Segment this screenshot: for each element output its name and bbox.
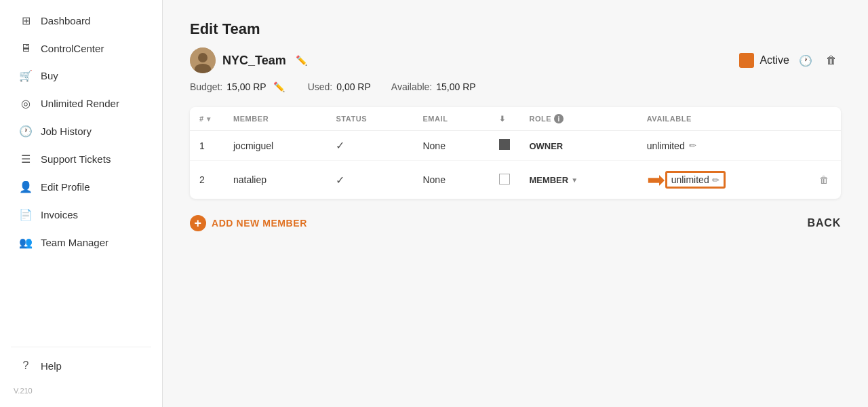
sidebar-item-controlcenter[interactable]: 🖥 ControlCenter (5, 35, 157, 61)
row2-available-edit-icon[interactable]: ✏ (712, 175, 719, 185)
add-member-button[interactable]: + ADD NEW MEMBER (190, 215, 307, 231)
active-label: Active (760, 54, 789, 66)
sidebar-item-unlimited-render[interactable]: ◎ Unlimited Render (5, 90, 157, 117)
col-role: ROLE i (519, 107, 637, 131)
row2-available-cell: ➡ unlimited ✏ (637, 161, 807, 199)
col-download: ⬇ (490, 107, 519, 131)
history-icon: 🕐 (19, 125, 33, 138)
team-name: NYC_Team (222, 54, 286, 68)
help-icon: ? (19, 360, 33, 372)
svg-point-1 (198, 53, 208, 62)
team-name-edit-icon[interactable]: ✏️ (293, 54, 310, 67)
used-item: Used: 0,00 RP (308, 81, 371, 92)
sidebar-item-edit-profile[interactable]: 👤 Edit Profile (5, 174, 157, 200)
sidebar-divider (11, 347, 151, 347)
team-avatar (190, 47, 216, 73)
bottom-actions: + ADD NEW MEMBER BACK (190, 215, 841, 231)
dashboard-icon: ⊞ (19, 14, 33, 27)
used-value: 0,00 RP (336, 81, 371, 92)
row2-num: 2 (190, 161, 224, 199)
add-circle-icon: + (190, 215, 206, 231)
row1-member: jocmiguel (224, 131, 326, 161)
info-icon: i (554, 114, 564, 123)
sidebar: ⊞ Dashboard 🖥 ControlCenter 🛒 Buy ◎ Unli… (0, 0, 163, 407)
sidebar-item-help[interactable]: ? Help (5, 353, 157, 379)
version-label: V.210 (0, 381, 162, 400)
team-icon: 👥 (19, 236, 33, 249)
available-value: 15,00 RP (436, 81, 475, 92)
render-icon: ◎ (19, 97, 33, 110)
row1-delete (807, 131, 841, 161)
col-email: EMAIL (413, 107, 490, 131)
active-badge-area: Active 🕐 🗑 (739, 52, 841, 70)
sidebar-item-job-history[interactable]: 🕐 Job History (5, 118, 157, 144)
team-header-row: NYC_Team ✏️ Active 🕐 🗑 (190, 47, 841, 73)
sidebar-item-buy[interactable]: 🛒 Buy (5, 62, 157, 89)
budget-edit-icon[interactable]: ✏️ (271, 80, 288, 94)
col-status: STATUS (326, 107, 413, 131)
history-action-icon[interactable]: 🕐 (795, 52, 816, 70)
monitor-icon: 🖥 (19, 42, 33, 54)
used-label: Used: (308, 81, 333, 92)
row2-check-icon: ✓ (336, 174, 344, 186)
row1-color-square (499, 139, 510, 150)
available-item: Available: 15,00 RP (391, 81, 476, 92)
members-table: # ▼ MEMBER STATUS EMAIL ⬇ ROLE i AVAILAB… (190, 107, 841, 199)
table-row: 1 jocmiguel ✓ None OWNER unlimited ✏ (190, 131, 841, 161)
available-label: Available: (391, 81, 432, 92)
row1-check-icon: ✓ (336, 140, 344, 151)
col-actions (807, 107, 841, 131)
row2-email: None (413, 161, 490, 199)
tickets-icon: ☰ (19, 153, 33, 166)
row1-status: ✓ (326, 131, 413, 161)
row2-status: ✓ (326, 161, 413, 199)
table-header-row: # ▼ MEMBER STATUS EMAIL ⬇ ROLE i AVAILAB… (190, 107, 841, 131)
table-row: 2 nataliep ✓ None MEMBER ▼ (190, 161, 841, 199)
role-dropdown-icon[interactable]: ▼ (571, 176, 578, 184)
profile-icon: 👤 (19, 180, 33, 193)
col-available: AVAILABLE (637, 107, 807, 131)
row1-available-edit-icon[interactable]: ✏ (689, 140, 696, 151)
cart-icon: 🛒 (19, 69, 33, 82)
active-color-square (739, 53, 754, 68)
team-name-area: NYC_Team ✏️ (190, 47, 310, 73)
main-content: Edit Team NYC_Team ✏️ Active 🕐 🗑 Budget:… (163, 0, 868, 407)
row2-member: nataliep (224, 161, 326, 199)
col-member: MEMBER (224, 107, 326, 131)
invoices-icon: 📄 (19, 208, 33, 221)
row2-delete: 🗑 (807, 161, 841, 199)
sidebar-item-support-tickets[interactable]: ☰ Support Tickets (5, 146, 157, 172)
budget-value: 15,00 RP (226, 81, 266, 92)
sidebar-item-team-manager[interactable]: 👥 Team Manager (5, 229, 157, 256)
row2-role: MEMBER ▼ (519, 161, 637, 199)
page-title: Edit Team (190, 20, 841, 38)
back-button[interactable]: BACK (808, 217, 841, 229)
row2-available-highlighted-box: unlimited ✏ (665, 171, 726, 189)
col-num: # ▼ (190, 107, 224, 131)
row1-role: OWNER (519, 131, 637, 161)
arrow-highlight-area: ➡ unlimited ✏ (647, 169, 797, 191)
budget-label: Budget: (190, 81, 222, 92)
arrow-right-icon: ➡ (647, 169, 665, 191)
download-icon[interactable]: ⬇ (499, 115, 506, 123)
delete-team-icon[interactable]: 🗑 (822, 52, 841, 69)
budget-row: Budget: 15,00 RP ✏️ Used: 0,00 RP Availa… (190, 80, 841, 94)
budget-item: Budget: 15,00 RP ✏️ (190, 80, 288, 94)
row1-num: 1 (190, 131, 224, 161)
row2-color (490, 161, 519, 199)
row1-available: unlimited ✏ (637, 131, 807, 161)
sidebar-item-dashboard[interactable]: ⊞ Dashboard (5, 7, 157, 34)
row2-delete-button[interactable]: 🗑 (816, 173, 831, 187)
sidebar-item-invoices[interactable]: 📄 Invoices (5, 201, 157, 228)
sort-arrow-icon[interactable]: ▼ (205, 115, 212, 123)
row2-color-square (499, 174, 510, 185)
row1-color (490, 131, 519, 161)
row1-email: None (413, 131, 490, 161)
